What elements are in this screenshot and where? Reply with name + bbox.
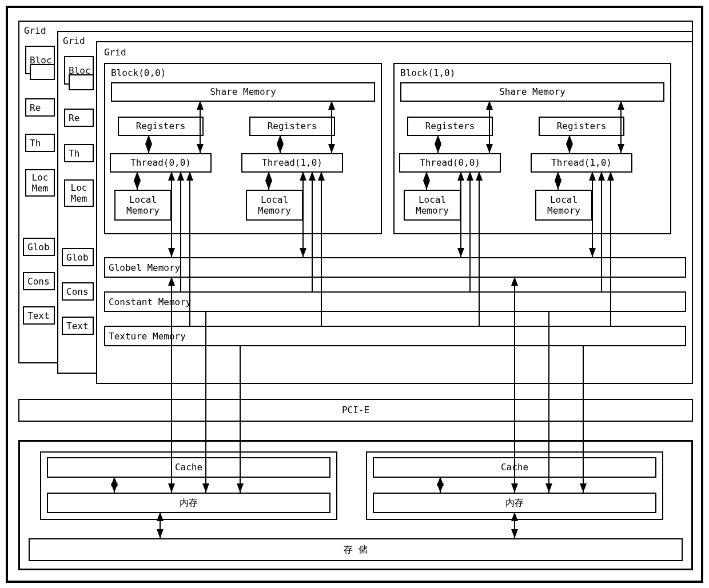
back-constant-partial: Cons	[23, 272, 55, 290]
share-memory-0: Share Memory	[111, 82, 375, 102]
share-memory-1: Share Memory	[400, 82, 664, 102]
local-memory-00: Local Memory	[114, 190, 172, 221]
cache-0: Cache	[47, 457, 330, 478]
global-memory: Globel Memory	[104, 257, 686, 278]
mid-reg-partial: Re	[64, 109, 94, 127]
local-memory-10: Local Memory	[404, 190, 461, 221]
thread-10: Thread(0,0)	[399, 153, 501, 173]
back-thread-partial: Th	[25, 134, 55, 152]
thread-11: Thread(1,0)	[531, 153, 632, 173]
grid-back-label: Grid	[23, 25, 47, 36]
grid-front-label: Grid	[103, 47, 128, 58]
storage: 存 储	[29, 538, 683, 561]
cache-1: Cache	[373, 457, 656, 478]
local-memory-01: Local Memory	[246, 190, 303, 221]
local-memory-11: Local Memory	[535, 190, 592, 221]
registers-11: Registers	[539, 117, 624, 136]
block-00-label: Block(0,0)	[110, 67, 167, 78]
block-10-label: Block(1,0)	[399, 67, 456, 78]
back-texture-partial: Text	[23, 306, 55, 325]
mid-local-partial: Loc Mem	[64, 179, 94, 207]
ram-1: 内存	[373, 493, 656, 513]
registers-00: Registers	[118, 117, 204, 136]
mid-global-partial: Glob	[62, 248, 94, 266]
registers-01: Registers	[249, 117, 335, 136]
texture-memory: Texture Memory	[104, 326, 686, 346]
back-sm-partial	[30, 64, 55, 80]
thread-00: Thread(0,0)	[110, 153, 212, 173]
pcie-bus: PCI-E	[18, 399, 693, 422]
ram-0: 内存	[47, 493, 330, 513]
mid-constant-partial: Cons	[62, 282, 94, 301]
back-reg-partial: Re	[25, 98, 55, 117]
thread-01: Thread(1,0)	[241, 153, 343, 173]
mid-sm-partial	[69, 74, 94, 90]
registers-10: Registers	[407, 117, 493, 136]
grid-middle-label: Grid	[62, 35, 86, 46]
mid-texture-partial: Text	[62, 317, 94, 335]
back-local-partial: Loc Mem	[25, 169, 55, 197]
constant-memory: Constant Memory	[104, 291, 686, 312]
back-global-partial: Glob	[23, 238, 55, 256]
mid-thread-partial: Th	[64, 144, 94, 162]
